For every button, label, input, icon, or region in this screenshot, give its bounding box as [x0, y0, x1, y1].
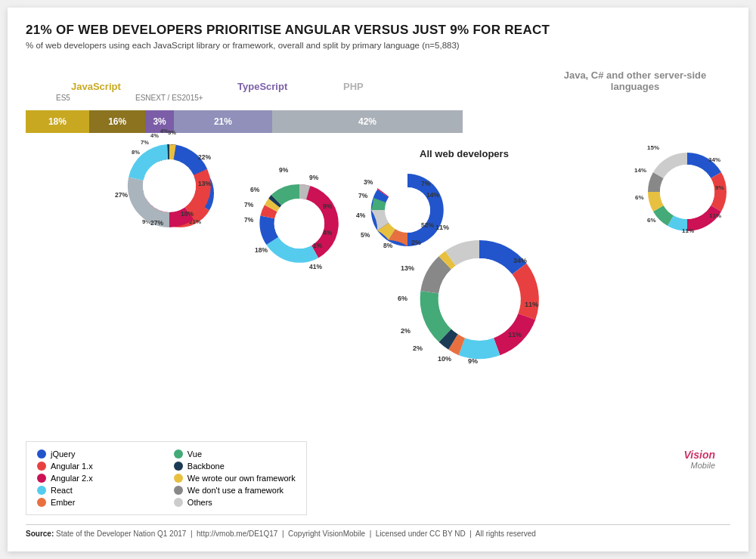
- svg-text:6%: 6%: [647, 217, 656, 224]
- sub-esnext: ESNEXT / ES2015+: [135, 94, 203, 102]
- legend-label-ownfw: We wrote our own framework: [187, 474, 296, 483]
- legend-ownfw: We wrote our own framework: [174, 474, 296, 483]
- sub-headers: ES5 ESNEXT / ES2015+: [26, 94, 730, 110]
- legend-nofw: We don't use a framework: [174, 486, 296, 495]
- svg-text:7%: 7%: [421, 180, 431, 187]
- svg-text:11%: 11%: [508, 331, 522, 338]
- svg-text:4%: 4%: [150, 132, 159, 139]
- legend-dot-backbone: [174, 462, 183, 471]
- donut-all: All web developers: [396, 216, 562, 385]
- legend-dot-jquery: [37, 449, 46, 459]
- svg-point-8: [143, 159, 196, 212]
- svg-point-51: [660, 165, 714, 219]
- svg-text:9%: 9%: [468, 357, 478, 365]
- svg-text:1%: 1%: [313, 242, 323, 249]
- legend-dot-nofw: [174, 486, 183, 495]
- legend-angular2: Angular 2.x: [37, 474, 159, 483]
- svg-text:11%: 11%: [709, 212, 721, 219]
- svg-text:27%: 27%: [115, 191, 128, 199]
- svg-text:6%: 6%: [635, 194, 644, 201]
- all-dev-label: All web developers: [396, 148, 532, 159]
- col-headers: JavaScript TypeScript PHP Java, C# and o…: [26, 59, 730, 92]
- pb-spacer: [463, 110, 730, 133]
- legend-vue: Vue: [174, 449, 296, 459]
- svg-text:8%: 8%: [132, 149, 140, 156]
- donut-ts: 41% 18% 7% 7% 6% 9% 9% 9% 4% 1%: [241, 163, 358, 283]
- svg-text:9%: 9%: [309, 174, 319, 181]
- legend-dot-react: [37, 486, 46, 495]
- svg-text:2%: 2%: [411, 239, 421, 246]
- legend-dot-ember: [37, 498, 46, 507]
- legend-dot-angular2: [37, 474, 46, 483]
- legend-label-backbone: Backbone: [187, 462, 225, 471]
- svg-text:3%: 3%: [364, 178, 373, 186]
- svg-text:18%: 18%: [255, 246, 268, 254]
- col-header-java: Java, C# and other server-side languages: [540, 69, 730, 92]
- legend-area: jQuery Vue Angular 1.x Backbone Angular …: [26, 435, 730, 515]
- svg-text:7%: 7%: [141, 139, 149, 146]
- legend-label-ember: Ember: [51, 498, 75, 507]
- svg-text:4%: 4%: [323, 229, 333, 236]
- svg-text:7%: 7%: [358, 192, 368, 199]
- legend-dot-others: [174, 498, 183, 507]
- legend-label-vue: Vue: [187, 449, 202, 459]
- svg-text:7%: 7%: [244, 201, 254, 208]
- footer-text: Source: State of the Developer Nation Q1…: [26, 530, 536, 538]
- donut-ts-chart: 41% 18% 7% 7% 6% 9% 9% 9% 4% 1%: [241, 163, 358, 280]
- legend-label-angular2: Angular 2.x: [51, 474, 93, 483]
- svg-text:22%: 22%: [198, 153, 211, 161]
- legend-dot-angular1: [37, 462, 46, 471]
- svg-text:9%: 9%: [715, 184, 724, 191]
- svg-text:9%: 9%: [279, 166, 289, 174]
- svg-text:34%: 34%: [708, 156, 720, 163]
- legend-others: Others: [174, 498, 296, 507]
- svg-text:34%: 34%: [513, 257, 527, 264]
- main-title: 21% OF WEB DEVELOPERS PRIORITISE ANGULAR…: [26, 23, 730, 38]
- legend-ember: Ember: [37, 498, 159, 507]
- svg-text:27%: 27%: [150, 219, 163, 227]
- legend-label-nofw: We don't use a framework: [187, 486, 284, 495]
- svg-text:15%: 15%: [647, 144, 659, 151]
- donut-all-chart: 34% 11% 11% 9% 10% 2% 2% 6% 13% 2% 11%: [396, 216, 562, 382]
- svg-text:3%: 3%: [168, 129, 176, 136]
- pb-es5: 18%: [26, 110, 89, 133]
- svg-text:10%: 10%: [438, 355, 451, 363]
- donut-esnext-chart: 22% 13% 10% 27% 27% 8% 7% 4% 4% 3%: [109, 125, 230, 246]
- svg-text:6%: 6%: [398, 295, 407, 302]
- legend-label-angular1: Angular 1.x: [51, 462, 93, 471]
- donut-java-chart: 34% 9% 11% 11% 6% 6% 14% 15%: [631, 133, 744, 246]
- svg-text:5%: 5%: [361, 231, 370, 239]
- donut-esnext: 22% 13% 10% 27% 27% 8% 7% 4% 4% 3%: [109, 125, 230, 249]
- watermark: Vision Mobile: [684, 449, 716, 470]
- legend-angular1: Angular 1.x: [37, 462, 159, 471]
- svg-text:11%: 11%: [435, 224, 449, 231]
- donut-java: 34% 9% 11% 11% 6% 6% 14% 15%: [631, 133, 744, 249]
- footer: Source: State of the Developer Nation Q1…: [26, 524, 730, 538]
- legend-jquery: jQuery: [37, 449, 159, 459]
- svg-text:10%: 10%: [181, 210, 194, 218]
- svg-text:8%: 8%: [383, 242, 393, 249]
- col-header-ts: TypeScript: [237, 81, 287, 92]
- svg-text:6%: 6%: [250, 186, 260, 193]
- main-card: 21% OF WEB DEVELOPERS PRIORITISE ANGULAR…: [8, 8, 748, 551]
- subtitle: % of web developers using each JavaScrip…: [26, 41, 730, 50]
- col-header-php: PHP: [343, 81, 364, 92]
- svg-text:13%: 13%: [198, 180, 211, 187]
- svg-text:2%: 2%: [413, 344, 423, 352]
- legend-label-react: React: [51, 486, 73, 495]
- svg-text:11%: 11%: [682, 227, 694, 234]
- svg-text:41%: 41%: [309, 263, 322, 270]
- legend-dot-ownfw: [174, 474, 183, 483]
- svg-text:4%: 4%: [356, 212, 366, 219]
- chart-area: JavaScript TypeScript PHP Java, C# and o…: [26, 59, 730, 515]
- svg-text:14%: 14%: [426, 191, 439, 199]
- svg-text:9%: 9%: [323, 202, 333, 210]
- legend-react: React: [37, 486, 159, 495]
- legend-backbone: Backbone: [174, 462, 296, 471]
- svg-text:11%: 11%: [525, 301, 538, 308]
- legend-label-jquery: jQuery: [51, 449, 75, 459]
- legend-label-others: Others: [187, 498, 212, 507]
- svg-text:2%: 2%: [401, 327, 411, 335]
- svg-text:13%: 13%: [401, 264, 414, 272]
- col-header-js: JavaScript: [71, 81, 121, 92]
